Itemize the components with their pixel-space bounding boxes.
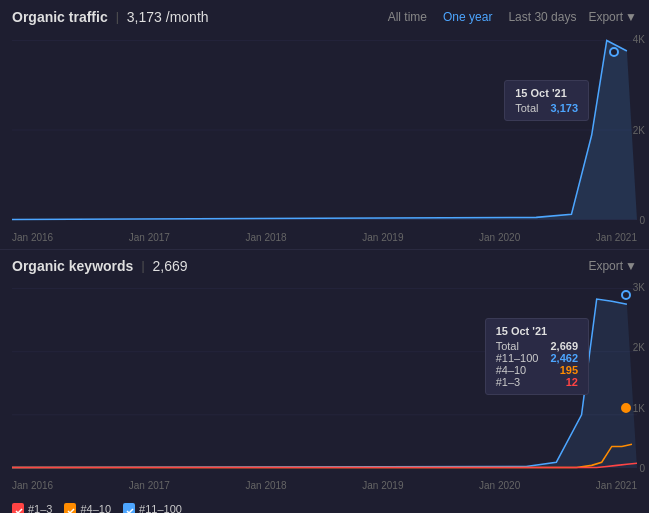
keywords-chart-svg <box>12 278 637 478</box>
keywords-legend: #1–3 #4–10 #11–100 <box>0 497 649 513</box>
traffic-export-btn[interactable]: Export ▼ <box>588 10 637 24</box>
legend-item-1-3[interactable]: #1–3 <box>12 503 52 513</box>
export-chevron-icon: ▼ <box>625 10 637 24</box>
keywords-y-axis: 3K 2K 1K 0 <box>629 278 649 478</box>
traffic-chart-container: 15 Oct '21 Total 3,173 4K 2K 0 Jan 2016 … <box>0 30 649 249</box>
x-label-2021: Jan 2021 <box>596 232 637 243</box>
legend-item-4-10[interactable]: #4–10 <box>64 503 111 513</box>
ky-label-2k: 2K <box>633 342 645 353</box>
traffic-section: Organic traffic | 3,173 /month All time … <box>0 0 649 250</box>
ky-label-0: 0 <box>633 463 645 474</box>
legend-label-11-100: #11–100 <box>139 503 182 513</box>
traffic-dot-indicator <box>609 47 619 57</box>
legend-item-11-100[interactable]: #11–100 <box>123 503 182 513</box>
keywords-export-btn[interactable]: Export ▼ <box>588 259 637 273</box>
all-time-btn[interactable]: All time <box>384 8 431 26</box>
traffic-title: Organic traffic <box>12 9 108 25</box>
traffic-y-axis: 4K 2K 0 <box>629 30 649 230</box>
x-label-2020: Jan 2020 <box>479 232 520 243</box>
keywords-value: 2,669 <box>153 258 188 274</box>
y-label-2k: 2K <box>633 125 645 136</box>
legend-checkbox-1-3 <box>12 503 24 513</box>
legend-label-4-10: #4–10 <box>80 503 111 513</box>
ky-label-1k: 1K <box>633 403 645 414</box>
keywords-export-label: Export <box>588 259 623 273</box>
legend-label-1-3: #1–3 <box>28 503 52 513</box>
keywords-header: Organic keywords | 2,669 Export ▼ <box>0 250 649 278</box>
x-label-2017: Jan 2017 <box>129 232 170 243</box>
traffic-chart-area: 15 Oct '21 Total 3,173 4K 2K 0 <box>0 30 649 230</box>
keywords-divider: | <box>141 259 144 273</box>
one-year-btn[interactable]: One year <box>439 8 496 26</box>
kx-label-2019: Jan 2019 <box>362 480 403 491</box>
kx-label-2017: Jan 2017 <box>129 480 170 491</box>
keywords-chart-area: 15 Oct '21 Total 2,669 #11–100 2,462 #4–… <box>0 278 649 478</box>
kx-label-2016: Jan 2016 <box>12 480 53 491</box>
keywords-x-axis: Jan 2016 Jan 2017 Jan 2018 Jan 2019 Jan … <box>0 478 649 497</box>
traffic-header: Organic traffic | 3,173 /month All time … <box>0 0 649 30</box>
x-label-2018: Jan 2018 <box>246 232 287 243</box>
legend-checkbox-11-100 <box>123 503 135 513</box>
kx-label-2021: Jan 2021 <box>596 480 637 491</box>
keywords-section: Organic keywords | 2,669 Export ▼ <box>0 250 649 513</box>
keywords-export-area: Export ▼ <box>588 259 637 273</box>
y-label-4k: 4K <box>633 34 645 45</box>
keywords-chart-container: 15 Oct '21 Total 2,669 #11–100 2,462 #4–… <box>0 278 649 497</box>
traffic-x-axis: Jan 2016 Jan 2017 Jan 2018 Jan 2019 Jan … <box>0 230 649 249</box>
keywords-export-chevron-icon: ▼ <box>625 259 637 273</box>
svg-marker-8 <box>12 299 637 467</box>
kx-label-2018: Jan 2018 <box>246 480 287 491</box>
y-label-0: 0 <box>633 215 645 226</box>
traffic-value: 3,173 /month <box>127 9 209 25</box>
time-filters: All time One year Last 30 days Export ▼ <box>384 8 637 26</box>
x-label-2019: Jan 2019 <box>362 232 403 243</box>
keywords-title: Organic keywords <box>12 258 133 274</box>
kx-label-2020: Jan 2020 <box>479 480 520 491</box>
legend-checkbox-4-10 <box>64 503 76 513</box>
export-label: Export <box>588 10 623 24</box>
traffic-chart-svg <box>12 30 637 230</box>
ky-label-3k: 3K <box>633 282 645 293</box>
last-30-btn[interactable]: Last 30 days <box>504 8 580 26</box>
traffic-divider: | <box>116 10 119 24</box>
x-label-2016: Jan 2016 <box>12 232 53 243</box>
